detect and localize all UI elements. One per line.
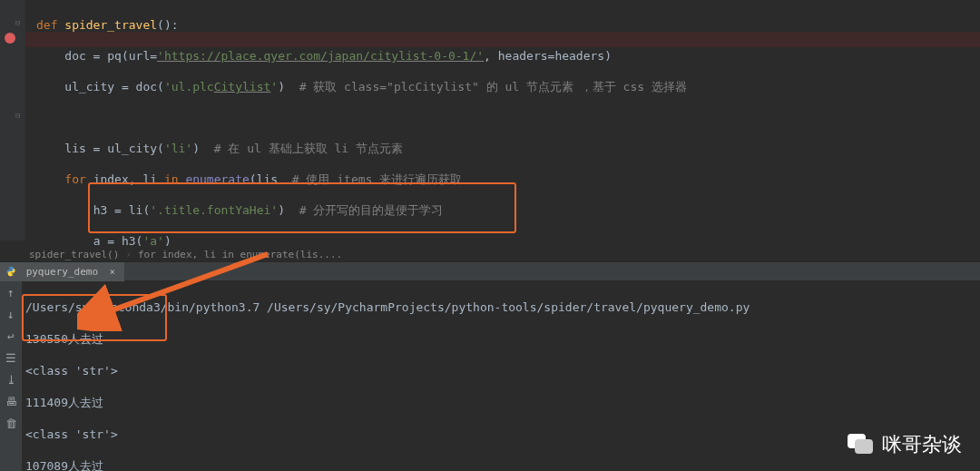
output-line: 130550人去过 (25, 331, 750, 348)
code-line[interactable]: h3 = li('.title.fontYaHei') # 分开写的目的是便于学… (36, 202, 692, 218)
run-console[interactable]: ↑ ↓ ↩ ☰ ⤓ 🖶 🗑 /Users/sy/anaconda3/bin/py… (0, 281, 980, 471)
breadcrumb-item[interactable]: for index, li in enumerate(lis.... (138, 249, 342, 260)
filter-icon[interactable]: ☰ (0, 347, 22, 368)
string: 'ul.plcCitylist' (164, 80, 278, 93)
watermark-text: 咪哥杂谈 (882, 431, 962, 458)
breadcrumbs[interactable]: spider_travel() › for index, li in enume… (29, 245, 342, 263)
code-line[interactable]: doc = pq(url='https://place.qyer.com/jap… (36, 48, 692, 64)
output-line: 107089人去过 (25, 458, 750, 472)
code-line[interactable]: ul_city = doc('ul.plcCitylist') # 获取 cla… (36, 79, 692, 94)
code-line[interactable]: def spider_travel(): (36, 17, 692, 33)
fold-icon[interactable]: ⊟ (15, 111, 24, 120)
output-line: 111409人去过 (25, 395, 750, 411)
code-editor[interactable]: ⊟ ⊟ def spider_travel(): doc = pq(url='h… (0, 0, 980, 240)
wrap-icon[interactable]: ↩ (0, 325, 22, 347)
run-tab[interactable]: pyquery_demo × (0, 262, 124, 282)
run-tabbar[interactable]: pyquery_demo × (0, 261, 980, 281)
fold-icon[interactable]: ⊟ (15, 18, 24, 27)
python-icon (5, 264, 16, 275)
watermark: 咪哥杂谈 (848, 431, 962, 458)
code-line (36, 110, 692, 125)
close-icon[interactable]: × (110, 267, 115, 277)
console-toolbar: ↑ ↓ ↩ ☰ ⤓ 🖶 🗑 (0, 281, 22, 471)
chevron-right-icon: › (125, 249, 132, 260)
tab-label: pyquery_demo (26, 266, 98, 278)
breadcrumb-item[interactable]: spider_travel() (29, 249, 119, 260)
print-icon[interactable]: 🖶 (0, 390, 22, 412)
code-line[interactable]: for index, li in enumerate(lis # 使用 item… (36, 172, 692, 187)
code-line[interactable]: lis = ul_city('li') # 在 ul 基础上获取 li 节点元素 (36, 141, 692, 156)
up-icon[interactable]: ↑ (0, 281, 22, 303)
down-icon[interactable]: ↓ (0, 303, 22, 325)
output-line: <class 'str'> (25, 427, 750, 443)
wechat-icon (848, 434, 875, 456)
console-output[interactable]: /Users/sy/anaconda3/bin/python3.7 /Users… (25, 283, 750, 471)
editor-gutter[interactable]: ⊟ ⊟ (0, 0, 25, 240)
breakpoint-icon[interactable] (5, 33, 15, 44)
output-line: <class 'str'> (25, 363, 750, 379)
output-line: /Users/sy/anaconda3/bin/python3.7 /Users… (25, 299, 750, 316)
trash-icon[interactable]: 🗑 (0, 412, 22, 434)
scroll-icon[interactable]: ⤓ (0, 368, 22, 390)
